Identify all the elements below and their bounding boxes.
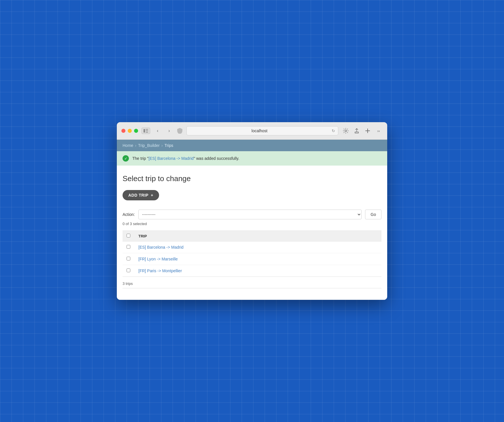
page-content: Home › Trip_Builder › Trips ✓ The trip "… (117, 140, 387, 300)
trips-count: 3 trips (123, 281, 381, 286)
breadcrumb-current: Trips (165, 143, 173, 148)
svg-rect-1 (146, 129, 148, 130)
success-suffix: " was added successfully. (194, 156, 239, 161)
url-text: localhost (190, 128, 329, 133)
main-area: Select trip to change ADD TRIP + Action:… (117, 166, 387, 300)
action-select[interactable]: ---------- Delete selected trips (138, 210, 362, 219)
share-icon[interactable] (353, 127, 361, 135)
svg-point-4 (345, 130, 347, 132)
breadcrumb: Home › Trip_Builder › Trips (117, 140, 387, 151)
row-trip-3: [FR] Paris -> Montpellier (134, 265, 381, 277)
browser-chrome: ‹ › localhost ↻ (117, 122, 387, 140)
footer-divider (123, 288, 381, 288)
back-button[interactable]: ‹ (154, 127, 162, 135)
success-link[interactable]: [ES] Barcelona -> Madrid (148, 156, 194, 161)
breadcrumb-separator-1: › (135, 143, 136, 148)
trip-link-1[interactable]: [ES] Barcelona -> Madrid (138, 245, 184, 250)
selection-count: 0 of 3 selected (123, 222, 381, 226)
row-checkbox-1[interactable] (127, 245, 130, 249)
forward-button[interactable]: › (165, 127, 173, 135)
action-label: Action: (123, 212, 135, 217)
new-tab-icon[interactable] (364, 127, 372, 135)
row-checkbox-2[interactable] (127, 257, 130, 260)
svg-rect-2 (146, 131, 148, 131)
table-row: [FR] Lyon -> Marseille (123, 253, 381, 265)
reload-icon[interactable]: ↻ (332, 128, 335, 133)
svg-rect-3 (146, 132, 148, 133)
more-icon[interactable]: ›› (375, 127, 383, 135)
select-all-checkbox[interactable] (127, 234, 130, 237)
row-checkbox-3[interactable] (127, 268, 130, 272)
row-trip-2: [FR] Lyon -> Marseille (134, 253, 381, 265)
browser-actions: ›› (342, 127, 383, 135)
row-trip-1: [ES] Barcelona -> Madrid (134, 241, 381, 253)
success-icon: ✓ (123, 155, 129, 162)
breadcrumb-trip-builder[interactable]: Trip_Builder (138, 143, 160, 148)
action-bar: Action: ---------- Delete selected trips… (123, 210, 381, 219)
go-button[interactable]: Go (365, 210, 381, 219)
breadcrumb-separator-2: › (161, 143, 163, 148)
close-button[interactable] (121, 129, 125, 133)
trip-link-2[interactable]: [FR] Lyon -> Marseille (138, 257, 178, 261)
trip-link-3[interactable]: [FR] Paris -> Montpellier (138, 268, 182, 273)
success-message: ✓ The trip "[ES] Barcelona -> Madrid" wa… (117, 151, 387, 166)
minimize-button[interactable] (128, 129, 132, 133)
table-row: [FR] Paris -> Montpellier (123, 265, 381, 277)
traffic-lights (121, 129, 138, 133)
settings-icon[interactable] (342, 127, 350, 135)
breadcrumb-home[interactable]: Home (123, 143, 133, 148)
add-trip-plus-icon: + (151, 193, 153, 197)
trip-table: TRIP [ES] Barcelona -> Madrid [FR] Lyon … (123, 231, 381, 277)
row-checkbox-cell (123, 253, 134, 265)
svg-rect-0 (144, 129, 145, 133)
row-checkbox-cell (123, 241, 134, 253)
address-bar[interactable]: localhost ↻ (186, 126, 338, 135)
sidebar-toggle-button[interactable] (142, 128, 150, 134)
table-row: [ES] Barcelona -> Madrid (123, 241, 381, 253)
table-header-trip: TRIP (134, 231, 381, 241)
row-checkbox-cell (123, 265, 134, 277)
page-title: Select trip to change (123, 174, 381, 183)
add-trip-label: ADD TRIP (128, 193, 148, 197)
add-trip-button[interactable]: ADD TRIP + (123, 190, 159, 200)
shield-icon (177, 128, 183, 134)
table-header-checkbox (123, 231, 134, 241)
browser-window: ‹ › localhost ↻ (117, 122, 387, 300)
success-prefix: The trip " (132, 156, 148, 161)
maximize-button[interactable] (134, 129, 138, 133)
success-text: The trip "[ES] Barcelona -> Madrid" was … (132, 156, 239, 161)
